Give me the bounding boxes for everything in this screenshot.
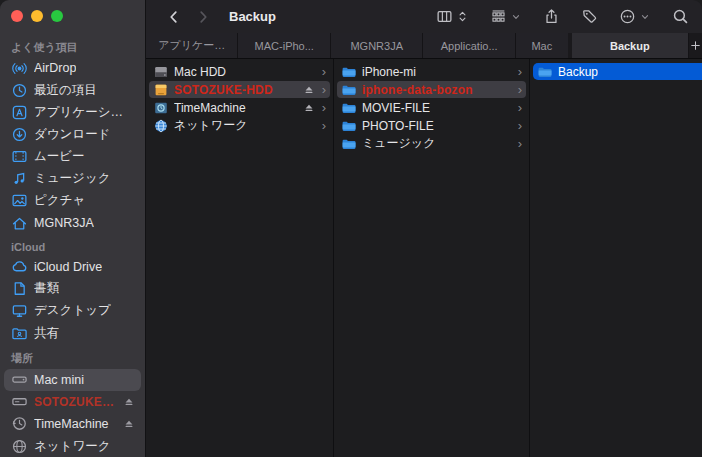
chevron-down-icon <box>510 11 522 23</box>
sidebar-item-applications[interactable]: アプリケーション <box>4 101 141 123</box>
chevron-right-icon: › <box>516 63 522 80</box>
music-icon <box>11 170 28 187</box>
chevron-down-icon <box>639 11 651 23</box>
browser-column-folders: iPhone-mi › iphone-data-bozon › MOVIE-FI… <box>334 59 530 457</box>
chevron-right-icon: › <box>516 117 522 134</box>
movies-icon <box>11 148 28 165</box>
file-name: PHOTO-FILE <box>362 119 434 133</box>
file-name: iPhone-mi <box>362 65 416 79</box>
folder-icon <box>341 136 357 152</box>
sidebar-section-icloud-title: iCloud <box>0 234 145 256</box>
row-movie-file[interactable]: MOVIE-FILE › <box>337 99 526 116</box>
row-music-folder[interactable]: ミュージック › <box>337 135 526 152</box>
clock-icon <box>11 82 28 99</box>
zoom-button[interactable] <box>51 10 63 22</box>
plus-icon <box>689 39 702 52</box>
tab-label: MGNR3JA <box>344 40 409 52</box>
tag-button[interactable] <box>581 8 598 25</box>
view-mode-button[interactable] <box>436 8 469 25</box>
download-icon <box>11 126 28 143</box>
sidebar-item-sotozuke-hdd[interactable]: SOTOZUKE-HDD <box>4 391 141 413</box>
sidebar-item-shared[interactable]: 共有 <box>4 322 141 344</box>
column-browser: Mac HDD › SOTOZUKE-HDD › TimeMachine <box>146 59 702 457</box>
external-drive-icon <box>11 393 28 410</box>
sidebar-item-movies[interactable]: ムービー <box>4 146 141 168</box>
more-actions-button[interactable] <box>619 8 651 25</box>
desktop-icon <box>11 302 28 319</box>
pictures-icon <box>11 192 28 209</box>
tab-label: アプリケー… <box>152 38 231 53</box>
sidebar-item-label: TimeMachine <box>34 417 109 431</box>
time-machine-icon <box>11 415 28 432</box>
file-name: ネットワーク <box>174 117 247 134</box>
sidebar-item-airdrop[interactable]: AirDrop <box>4 57 141 79</box>
row-mac-hdd[interactable]: Mac HDD › <box>149 63 330 80</box>
sidebar-item-recents[interactable]: 最近の項目 <box>4 79 141 101</box>
row-backup[interactable]: Backup <box>533 63 702 80</box>
icloud-icon <box>11 258 28 275</box>
chevron-right-icon: › <box>516 81 522 98</box>
close-button[interactable] <box>11 10 23 22</box>
tab-mac[interactable]: Mac <box>516 33 568 58</box>
sidebar-item-pictures[interactable]: ピクチャ <box>4 190 141 212</box>
forward-button[interactable] <box>192 6 214 28</box>
eject-icon[interactable] <box>123 418 135 430</box>
time-machine-drive-icon <box>153 100 169 116</box>
folder-icon <box>341 118 357 134</box>
share-button[interactable] <box>543 8 560 25</box>
tab-label: MAC-iPho... <box>249 40 320 52</box>
file-name: SOTOZUKE-HDD <box>174 83 273 97</box>
sidebar-item-label: iCloud Drive <box>34 260 102 274</box>
sidebar-item-music[interactable]: ミュージック <box>4 168 141 190</box>
tab-applicatio[interactable]: Applicatio... <box>423 33 515 58</box>
tab-applications[interactable]: アプリケー… <box>146 33 238 58</box>
sidebar-item-label: ピクチャ <box>34 192 85 209</box>
sidebar-item-label: ミュージック <box>34 170 110 187</box>
row-photo-file[interactable]: PHOTO-FILE › <box>337 117 526 134</box>
finder-window: よく使う項目 AirDrop 最近の項目 アプリケーション ダウンロード ムービ… <box>0 0 702 457</box>
row-iphone-data-bozon[interactable]: iphone-data-bozon › <box>337 81 526 98</box>
tab-backup-active[interactable]: Backup <box>572 33 688 58</box>
sidebar-item-downloads[interactable]: ダウンロード <box>4 124 141 146</box>
sidebar-item-label: SOTOZUKE-HDD <box>34 395 117 409</box>
sidebar-item-mac-mini[interactable]: Mac mini <box>4 369 141 391</box>
row-timemachine[interactable]: TimeMachine › <box>149 99 330 116</box>
eject-icon[interactable] <box>303 84 315 96</box>
group-by-button[interactable] <box>490 8 522 25</box>
folder-icon <box>341 64 357 80</box>
file-name: TimeMachine <box>174 101 246 115</box>
sidebar-item-label: AirDrop <box>34 61 76 75</box>
sidebar-item-label: Mac mini <box>34 373 84 387</box>
tab-label: Applicatio... <box>435 40 504 52</box>
chevron-right-icon: › <box>320 99 326 116</box>
document-icon <box>11 280 28 297</box>
row-iphone-mi[interactable]: iPhone-mi › <box>337 63 526 80</box>
sidebar-item-timemachine[interactable]: TimeMachine <box>4 413 141 435</box>
minimize-button[interactable] <box>31 10 43 22</box>
chevron-right-icon: › <box>320 117 326 134</box>
row-network[interactable]: ネットワーク › <box>149 117 330 134</box>
search-button[interactable] <box>672 8 689 25</box>
new-tab-button[interactable] <box>688 33 702 58</box>
sidebar: よく使う項目 AirDrop 最近の項目 アプリケーション ダウンロード ムービ… <box>0 0 146 457</box>
internal-drive-icon <box>153 64 169 80</box>
network-globe-icon <box>153 118 169 134</box>
tab-mgnr3ja[interactable]: MGNR3JA <box>331 33 423 58</box>
row-sotozuke-hdd[interactable]: SOTOZUKE-HDD › <box>149 81 330 98</box>
applications-icon <box>11 104 28 121</box>
sidebar-item-icloud-drive[interactable]: iCloud Drive <box>4 256 141 278</box>
eject-icon[interactable] <box>123 396 135 408</box>
sidebar-item-documents[interactable]: 書類 <box>4 278 141 300</box>
airdrop-icon <box>11 60 28 77</box>
eject-icon[interactable] <box>303 102 315 114</box>
window-title: Backup <box>229 9 276 24</box>
file-name: iphone-data-bozon <box>362 83 473 97</box>
home-icon <box>11 215 28 232</box>
sidebar-item-label: 書類 <box>34 280 59 297</box>
external-drive-orange-icon <box>153 82 169 98</box>
tab-mac-ipho[interactable]: MAC-iPho... <box>238 33 330 58</box>
sidebar-item-desktop[interactable]: デスクトップ <box>4 300 141 322</box>
sidebar-item-network[interactable]: ネットワーク <box>4 435 141 457</box>
sidebar-item-home[interactable]: MGNR3JA <box>4 212 141 234</box>
back-button[interactable] <box>163 6 185 28</box>
